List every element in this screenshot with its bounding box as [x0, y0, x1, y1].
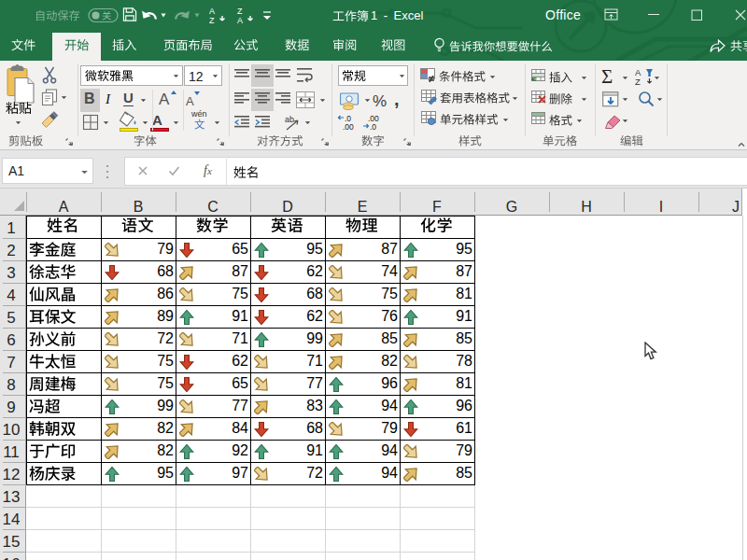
svg-text:A: A — [237, 16, 243, 24]
svg-text:A: A — [209, 7, 215, 16]
svg-text:.00: .00 — [343, 122, 354, 131]
svg-text:ab: ab — [285, 115, 294, 124]
svg-text:Z: Z — [635, 77, 641, 86]
svg-text:Z: Z — [209, 16, 215, 24]
svg-text:.0: .0 — [370, 122, 376, 131]
svg-text:Z: Z — [237, 7, 243, 16]
